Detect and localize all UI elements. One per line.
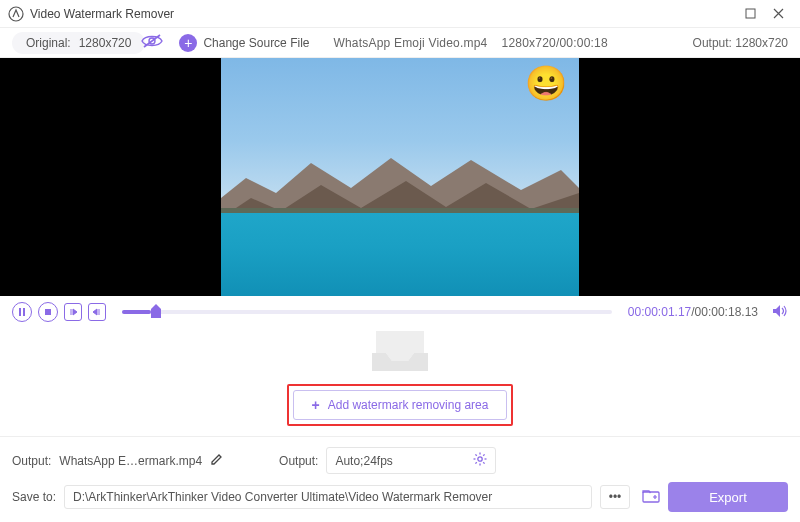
svg-line-13 xyxy=(484,462,485,463)
svg-rect-4 xyxy=(19,308,21,316)
output-format-value: Auto;24fps xyxy=(335,454,465,468)
plus-icon: + xyxy=(312,397,320,413)
window-close-button[interactable] xyxy=(764,3,792,25)
titlebar: Video Watermark Remover xyxy=(0,0,800,28)
svg-line-14 xyxy=(484,454,485,455)
export-label: Export xyxy=(709,490,747,505)
set-start-button[interactable] xyxy=(64,303,82,321)
output-resolution: 1280x720 xyxy=(735,36,788,50)
svg-point-7 xyxy=(478,457,482,461)
time-display: 00:00:01.17/00:00:18.13 xyxy=(628,305,758,319)
seek-slider[interactable] xyxy=(122,310,612,314)
source-file-info: WhatsApp Emoji Video.mp4 1280x720/00:00:… xyxy=(333,36,607,50)
output-format-label: Output: xyxy=(279,454,318,468)
change-source-button[interactable]: + Change Source File xyxy=(179,34,309,52)
watermark-emoji-icon: 😀 xyxy=(525,66,567,100)
output-label: Output: xyxy=(693,36,732,50)
volume-button[interactable] xyxy=(772,304,788,321)
bottom-panel: Output: WhatsApp E…ermark.mp4 Output: Au… xyxy=(0,436,800,522)
saveto-path-field[interactable]: D:\ArkThinker\ArkThinker Video Converter… xyxy=(64,485,592,509)
video-preview[interactable]: 😀 xyxy=(0,58,800,296)
gear-icon[interactable] xyxy=(473,452,487,469)
time-duration: 00:00:18.13 xyxy=(695,305,758,319)
original-resolution: 1280x720 xyxy=(79,36,132,50)
add-area-label: Add watermark removing area xyxy=(328,398,489,412)
window-title: Video Watermark Remover xyxy=(30,7,736,21)
change-source-label: Change Source File xyxy=(203,36,309,50)
output-resolution-info: Output: 1280x720 xyxy=(693,36,788,50)
pause-button[interactable] xyxy=(12,302,32,322)
top-toolbar: Original: 1280x720 + Change Source File … xyxy=(0,28,800,58)
edit-filename-icon[interactable] xyxy=(210,453,223,469)
source-file-resolution: 1280x720 xyxy=(502,36,556,50)
tray-icon xyxy=(370,329,430,376)
stop-button[interactable] xyxy=(38,302,58,322)
original-resolution-pill: Original: 1280x720 xyxy=(12,32,145,54)
svg-rect-1 xyxy=(746,9,755,18)
plus-circle-icon: + xyxy=(179,34,197,52)
seek-thumb-icon xyxy=(151,304,161,318)
svg-line-12 xyxy=(476,454,477,455)
time-current: 00:00:01.17 xyxy=(628,305,691,319)
svg-rect-5 xyxy=(23,308,25,316)
saveto-path: D:\ArkThinker\ArkThinker Video Converter… xyxy=(73,490,492,504)
app-logo-icon xyxy=(8,6,24,22)
ellipsis-icon: ••• xyxy=(609,490,622,504)
browse-button[interactable]: ••• xyxy=(600,485,630,509)
export-button[interactable]: Export xyxy=(668,482,788,512)
saveto-label: Save to: xyxy=(12,490,56,504)
source-file-name: WhatsApp Emoji Video.mp4 xyxy=(333,36,487,50)
output-filename: WhatsApp E…ermark.mp4 xyxy=(59,454,202,468)
video-frame: 😀 xyxy=(221,58,579,296)
source-file-duration: 00:00:18 xyxy=(559,36,607,50)
open-folder-icon[interactable] xyxy=(642,489,660,506)
watermark-area-zone: + Add watermark removing area xyxy=(0,328,800,436)
output-filename-label: Output: xyxy=(12,454,51,468)
window-maximize-button[interactable] xyxy=(736,3,764,25)
add-watermark-area-button[interactable]: + Add watermark removing area xyxy=(293,390,508,420)
original-label: Original: xyxy=(26,36,71,50)
preview-toggle-icon[interactable] xyxy=(141,33,163,52)
add-area-callout: + Add watermark removing area xyxy=(287,384,514,426)
svg-rect-6 xyxy=(45,309,51,315)
svg-line-15 xyxy=(476,462,477,463)
player-controls: 00:00:01.17/00:00:18.13 xyxy=(0,296,800,328)
output-format-field[interactable]: Auto;24fps xyxy=(326,447,496,474)
set-end-button[interactable] xyxy=(88,303,106,321)
